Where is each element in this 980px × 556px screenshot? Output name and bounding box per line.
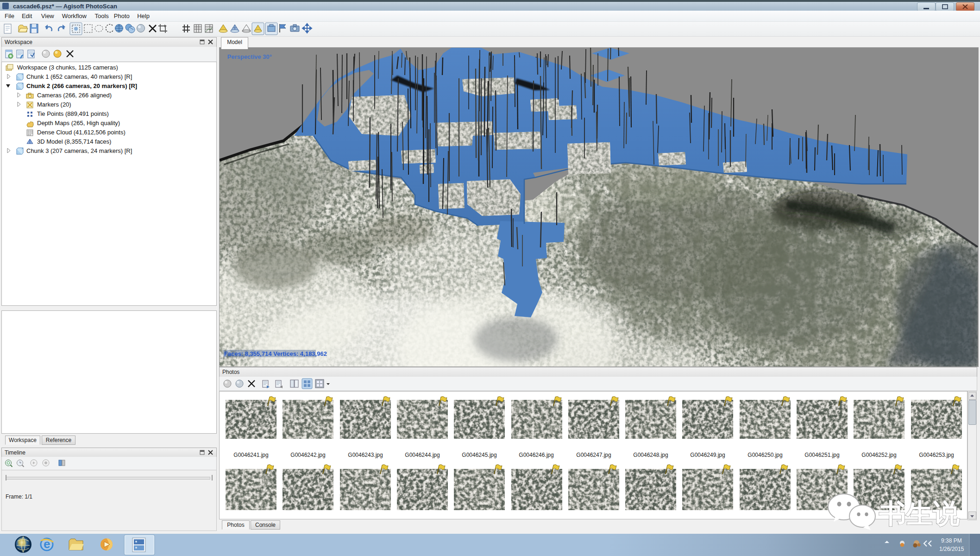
svg-text:9:38 PM: 9:38 PM xyxy=(941,537,962,544)
svg-text:1/26/2015: 1/26/2015 xyxy=(939,546,964,552)
svg-text:Faces: 8,355,714 Vertices: 4,1: Faces: 8,355,714 Vertices: 4,183,962 xyxy=(224,350,327,357)
svg-text:Perspective 30°: Perspective 30° xyxy=(227,53,272,60)
svg-text:书生说: 书生说 xyxy=(879,498,960,528)
